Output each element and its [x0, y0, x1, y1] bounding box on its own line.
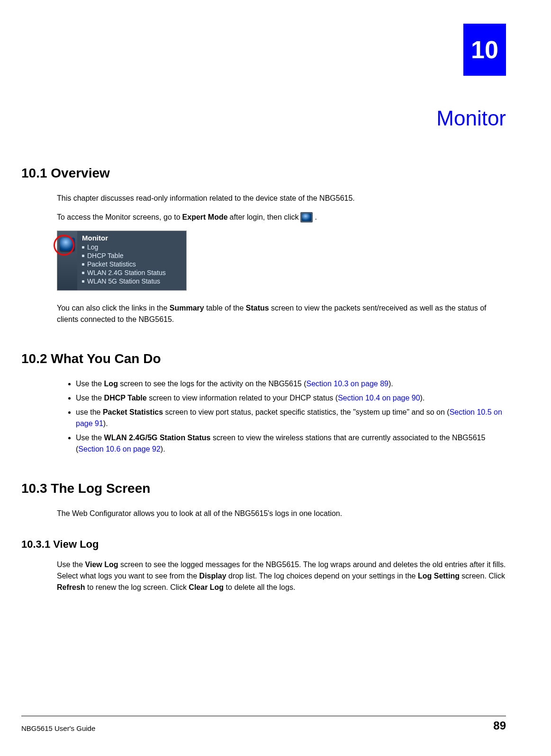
text: ).: [420, 394, 425, 402]
text: Use the: [57, 560, 85, 569]
text: screen. Click: [460, 572, 505, 580]
list-item: Use the Log screen to see the logs for t…: [76, 378, 506, 390]
section-10-3-heading: 10.3 The Log Screen: [21, 481, 506, 496]
menu-item-label: WLAN 2.4G Station Status: [87, 269, 166, 276]
text: Use the: [76, 434, 104, 442]
monitor-menu-screenshot: Monitor Log DHCP Table Packet Statistics…: [57, 231, 187, 291]
view-log-paragraph: Use the View Log screen to see the logge…: [57, 559, 506, 593]
bullet-icon: [82, 255, 84, 257]
overview-paragraph-3: You can also click the links in the Summ…: [57, 302, 506, 325]
text: screen to view port status, packet speci…: [163, 408, 450, 416]
chapter-number: 10: [471, 36, 498, 64]
dhcp-table-label: DHCP Table: [104, 394, 147, 402]
summary-label: Summary: [170, 304, 204, 312]
packet-statistics-label: Packet Statistics: [103, 408, 163, 416]
wlan-station-status-label: WLAN 2.4G/5G Station Status: [104, 434, 211, 442]
text: screen to see the logs for the activity …: [118, 380, 307, 388]
text: .: [315, 212, 316, 223]
text: to delete all the logs.: [224, 583, 295, 591]
bullet-icon: [82, 263, 84, 266]
overview-paragraph-2: To access the Monitor screens, go to Exp…: [57, 212, 506, 223]
status-label: Status: [246, 304, 269, 312]
display-label: Display: [199, 572, 226, 580]
section-10-3-1-heading: 10.3.1 View Log: [21, 538, 506, 551]
menu-item-dhcp-table: DHCP Table: [82, 251, 175, 260]
overview-paragraph-1: This chapter discusses read-only informa…: [57, 193, 506, 204]
monitor-menu-icon: [60, 238, 75, 251]
text: drop list. The log choices depend on you…: [226, 572, 418, 580]
menu-icon-column: [57, 231, 77, 290]
section-10-6-link[interactable]: Section 10.6 on page 92: [78, 445, 160, 453]
list-item: use the Packet Statistics screen to view…: [76, 407, 506, 429]
text: ).: [161, 445, 165, 453]
what-you-can-do-list: Use the Log screen to see the logs for t…: [66, 378, 506, 455]
log-label: Log: [104, 380, 118, 388]
menu-item-log: Log: [82, 243, 175, 251]
menu-item-packet-statistics: Packet Statistics: [82, 260, 175, 268]
text: screen to view information related to yo…: [147, 394, 338, 402]
list-item: Use the DHCP Table screen to view inform…: [76, 392, 506, 404]
bullet-icon: [82, 272, 84, 274]
bullet-icon: [82, 246, 84, 249]
menu-item-label: WLAN 5G Station Status: [87, 277, 160, 285]
menu-item-label: Log: [87, 243, 98, 251]
refresh-label: Refresh: [57, 583, 85, 591]
section-10-2-heading: 10.2 What You Can Do: [21, 351, 506, 366]
text: Use the: [76, 394, 104, 402]
footer-guide-name: NBG5615 User's Guide: [21, 724, 95, 732]
footer-page-number: 89: [493, 719, 506, 732]
log-screen-paragraph: The Web Configurator allows you to look …: [57, 508, 506, 519]
view-log-label: View Log: [85, 560, 118, 569]
section-10-4-link[interactable]: Section 10.4 on page 90: [338, 394, 420, 402]
menu-item-wlan-5g: WLAN 5G Station Status: [82, 277, 175, 285]
text: ).: [103, 419, 108, 427]
chapter-title: Monitor: [21, 107, 506, 130]
section-10-3-link[interactable]: Section 10.3 on page 89: [306, 380, 388, 388]
text: use the: [76, 408, 103, 416]
bullet-icon: [82, 280, 84, 283]
menu-header: Monitor: [82, 234, 175, 242]
monitor-icon: [300, 212, 313, 222]
section-10-1-heading: 10.1 Overview: [21, 166, 506, 181]
text: table of the: [204, 304, 246, 312]
expert-mode-label: Expert Mode: [182, 212, 228, 223]
page-footer: NBG5615 User's Guide 89: [21, 716, 506, 732]
menu-item-label: Packet Statistics: [87, 260, 136, 268]
list-item: Use the WLAN 2.4G/5G Station Status scre…: [76, 432, 506, 455]
chapter-number-box: 10: [463, 24, 506, 76]
log-setting-label: Log Setting: [418, 572, 460, 580]
menu-item-label: DHCP Table: [87, 252, 124, 259]
text: You can also click the links in the: [57, 304, 170, 312]
text: To access the Monitor screens, go to: [57, 212, 181, 223]
text: ).: [388, 380, 393, 388]
menu-item-wlan-24g: WLAN 2.4G Station Status: [82, 268, 175, 277]
clear-log-label: Clear Log: [189, 583, 224, 591]
text: to renew the log screen. Click: [85, 583, 189, 591]
text: Use the: [76, 380, 104, 388]
text: after login, then click: [230, 212, 299, 223]
